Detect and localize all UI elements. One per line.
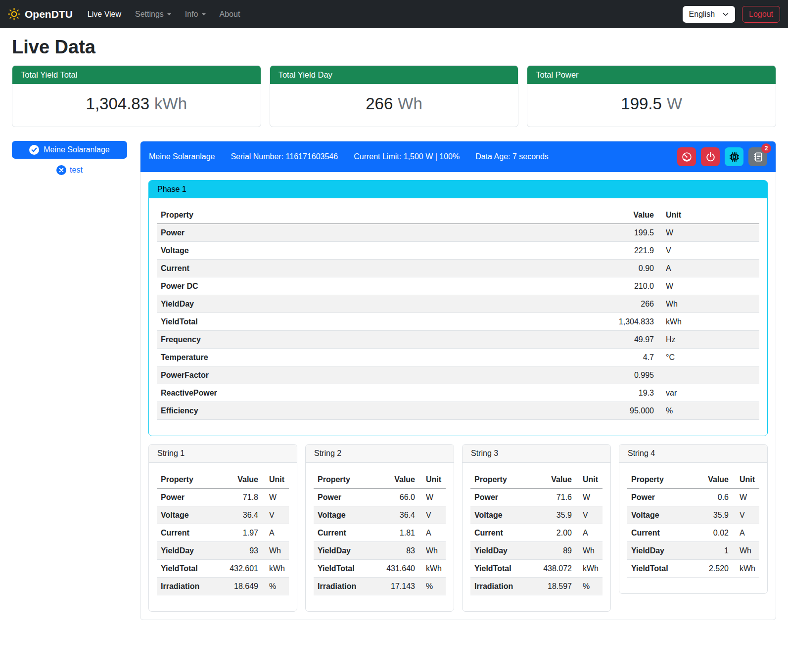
property-cell: YieldTotal bbox=[314, 560, 372, 578]
column-property: Property bbox=[314, 471, 372, 489]
property-cell: Voltage bbox=[627, 506, 692, 524]
table-row: Voltage35.9V bbox=[627, 506, 759, 524]
value-cell: 0.02 bbox=[692, 524, 733, 542]
phase-title: Phase 1 bbox=[149, 180, 767, 198]
string-card-4: String 4 Property Value Unit bbox=[619, 444, 768, 594]
property-cell: Power bbox=[470, 489, 529, 506]
value-cell: 49.97 bbox=[457, 331, 658, 349]
table-row: YieldDay93Wh bbox=[157, 542, 289, 560]
column-unit: Unit bbox=[262, 471, 289, 489]
unit-cell: Wh bbox=[419, 542, 446, 560]
inverter-select-button[interactable]: Meine Solaranlage bbox=[12, 141, 127, 159]
phase-card: Phase 1 Property Value Unit Power199.5WV… bbox=[148, 180, 768, 436]
nav-about[interactable]: About bbox=[214, 6, 246, 23]
value-cell: 432.601 bbox=[216, 560, 262, 578]
nav-live-view[interactable]: Live View bbox=[82, 6, 127, 23]
unit-cell: % bbox=[658, 402, 759, 420]
table-row: Efficiency95.000% bbox=[157, 402, 759, 420]
value-cell: 4.7 bbox=[457, 349, 658, 366]
table-row: Voltage36.4V bbox=[314, 506, 446, 524]
table-row: YieldDay89Wh bbox=[470, 542, 603, 560]
property-cell: YieldDay bbox=[627, 542, 692, 560]
value-cell: 71.8 bbox=[216, 489, 262, 506]
value-cell: 1 bbox=[692, 542, 733, 560]
summary-card-yield-day: Total Yield Day 266 Wh bbox=[270, 65, 519, 127]
value-cell: 221.9 bbox=[457, 242, 658, 260]
table-row: Current1.81A bbox=[314, 524, 446, 542]
unit-cell: V bbox=[658, 242, 759, 260]
string-card-3: String 3 Property Value Unit bbox=[462, 444, 611, 612]
table-row: Power DC210.0W bbox=[157, 277, 759, 295]
unit-cell: % bbox=[576, 578, 603, 595]
nav-info[interactable]: Info bbox=[179, 6, 212, 23]
phase-table: Property Value Unit Power199.5WVoltage22… bbox=[157, 206, 759, 420]
table-row: Irradiation18.597% bbox=[470, 578, 603, 595]
summary-card-yield-total: Total Yield Total 1,304.83 kWh bbox=[12, 65, 261, 127]
page-title: Live Data bbox=[12, 37, 776, 58]
table-row: Power199.5W bbox=[157, 224, 759, 242]
property-cell: Power DC bbox=[157, 277, 457, 295]
unit-cell: Wh bbox=[262, 542, 289, 560]
brand-logo[interactable]: OpenDTU bbox=[8, 8, 73, 20]
property-cell: Temperature bbox=[157, 349, 457, 366]
property-cell: YieldDay bbox=[157, 295, 457, 313]
unit-cell: kWh bbox=[576, 560, 603, 578]
inverter-link-label: test bbox=[70, 166, 83, 175]
table-row: Power66.0W bbox=[314, 489, 446, 506]
property-cell: PowerFactor bbox=[157, 366, 457, 384]
summary-value: 266 bbox=[366, 94, 393, 113]
property-cell: Irradiation bbox=[157, 578, 216, 595]
table-header-row: Property Value Unit bbox=[157, 206, 759, 224]
table-row: YieldDay266Wh bbox=[157, 295, 759, 313]
value-cell: 1,304.833 bbox=[457, 313, 658, 331]
page-content: Live Data Total Yield Total 1,304.83 kWh… bbox=[0, 37, 788, 630]
property-cell: Irradiation bbox=[314, 578, 372, 595]
sun-icon bbox=[8, 8, 20, 20]
column-value: Value bbox=[692, 471, 733, 489]
speedometer-icon bbox=[682, 152, 692, 162]
unit-cell: Wh bbox=[733, 542, 759, 560]
table-row: Temperature4.7°C bbox=[157, 349, 759, 366]
unit-cell: V bbox=[262, 506, 289, 524]
value-cell: 36.4 bbox=[372, 506, 419, 524]
event-log-button[interactable]: 2 bbox=[748, 147, 767, 166]
device-info-button[interactable] bbox=[725, 147, 743, 166]
caret-down-icon bbox=[202, 13, 206, 17]
table-row: Current1.97A bbox=[157, 524, 289, 542]
table-row: YieldTotal2.520kWh bbox=[627, 560, 759, 578]
value-cell: 35.9 bbox=[692, 506, 733, 524]
power-settings-button[interactable] bbox=[701, 147, 720, 166]
table-row: Power71.8W bbox=[157, 489, 289, 506]
inverter-panel: Meine Solaranlage Serial Number: 1161716… bbox=[140, 141, 776, 620]
navbar: OpenDTU Live View Settings Info About En… bbox=[0, 0, 788, 28]
property-cell: Current bbox=[627, 524, 692, 542]
limit-settings-button[interactable] bbox=[677, 147, 696, 166]
property-cell: Current bbox=[157, 524, 216, 542]
unit-cell: A bbox=[658, 260, 759, 277]
value-cell: 17.143 bbox=[372, 578, 419, 595]
nav-settings[interactable]: Settings bbox=[129, 6, 177, 23]
summary-card-title: Total Yield Day bbox=[270, 66, 518, 84]
property-cell: Power bbox=[157, 224, 457, 242]
property-cell: YieldTotal bbox=[157, 560, 216, 578]
value-cell: 19.3 bbox=[457, 384, 658, 402]
column-property: Property bbox=[470, 471, 529, 489]
column-unit: Unit bbox=[419, 471, 446, 489]
inverter-link-test[interactable]: test bbox=[12, 165, 127, 175]
nav-info-label: Info bbox=[185, 10, 198, 19]
summary-card-body: 1,304.83 kWh bbox=[12, 84, 261, 127]
value-cell: 0.995 bbox=[457, 366, 658, 384]
logout-button[interactable]: Logout bbox=[742, 6, 780, 23]
property-cell: YieldDay bbox=[470, 542, 529, 560]
property-cell: YieldTotal bbox=[470, 560, 529, 578]
table-header-row: Property Value Unit bbox=[470, 471, 603, 489]
property-cell: YieldDay bbox=[314, 542, 372, 560]
language-select[interactable]: English bbox=[683, 6, 735, 23]
table-row: Voltage221.9V bbox=[157, 242, 759, 260]
column-value: Value bbox=[457, 206, 658, 224]
property-cell: Current bbox=[157, 260, 457, 277]
string-title: String 1 bbox=[149, 445, 297, 463]
inverter-actions: 2 bbox=[677, 147, 767, 166]
column-value: Value bbox=[216, 471, 262, 489]
property-cell: YieldDay bbox=[157, 542, 216, 560]
